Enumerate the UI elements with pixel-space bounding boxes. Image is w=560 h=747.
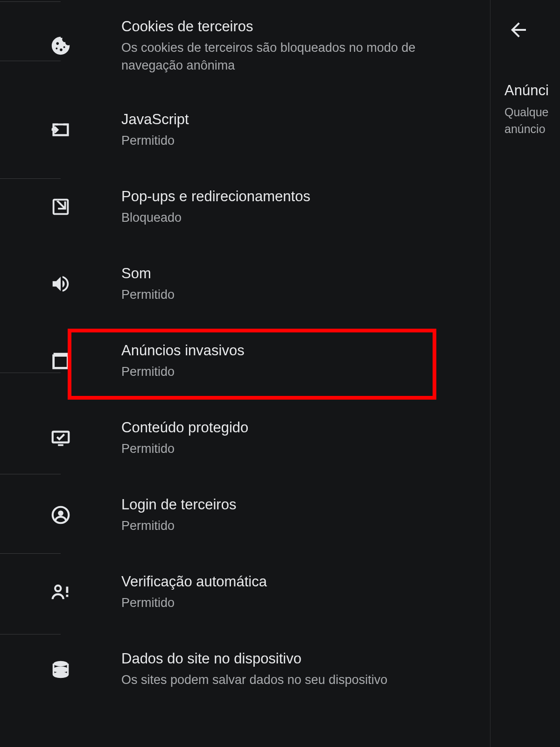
setting-subtitle: Os cookies de terceiros são bloqueados n… (121, 39, 476, 75)
setting-text: Verificação automática Permitido (121, 572, 490, 612)
settings-list: Cookies de terceiros Os cookies de terce… (0, 0, 490, 707)
svg-point-6 (55, 585, 61, 591)
cookie-icon (50, 35, 71, 56)
svg-point-9 (54, 661, 68, 667)
svg-point-11 (54, 672, 68, 677)
setting-title: Som (121, 264, 476, 283)
setting-text: Dados do site no dispositivo Os sites po… (121, 649, 490, 689)
icon-wrap (0, 273, 121, 295)
divider (0, 634, 61, 634)
setting-sound[interactable]: Som Permitido (0, 245, 490, 322)
icon-wrap (0, 35, 121, 56)
setting-text: Cookies de terceiros Os cookies de terce… (121, 17, 490, 74)
setting-subtitle: Permitido (121, 517, 476, 535)
setting-subtitle: Permitido (121, 440, 476, 458)
svg-rect-8 (66, 595, 69, 597)
svg-point-10 (54, 666, 68, 672)
svg-rect-1 (54, 353, 68, 357)
setting-title: JavaScript (121, 110, 476, 129)
setting-title: Cookies de terceiros (121, 17, 476, 36)
divider (0, 178, 61, 179)
sound-icon (50, 273, 71, 295)
svg-rect-0 (54, 355, 68, 368)
setting-intrusive-ads[interactable]: Anúncios invasivos Permitido (0, 322, 490, 399)
icon-wrap (0, 350, 121, 372)
icon-wrap (0, 581, 121, 603)
detail-title: Anúnci (504, 82, 560, 99)
setting-site-data[interactable]: Dados do site no dispositivo Os sites po… (0, 630, 490, 707)
setting-popups[interactable]: Pop-ups e redirecionamentos Bloqueado (0, 168, 490, 245)
setting-javascript[interactable]: JavaScript Permitido (0, 91, 490, 168)
setting-subtitle: Os sites podem salvar dados no seu dispo… (121, 671, 476, 689)
setting-text: Login de terceiros Permitido (121, 495, 490, 535)
divider (0, 1, 61, 2)
setting-subtitle: Permitido (121, 363, 476, 381)
svg-rect-3 (58, 444, 63, 446)
setting-subtitle: Permitido (121, 132, 476, 150)
divider (0, 373, 61, 373)
setting-text: Pop-ups e redirecionamentos Bloqueado (121, 187, 490, 227)
icon-wrap (0, 196, 121, 218)
setting-title: Conteúdo protegido (121, 418, 476, 437)
setting-subtitle: Permitido (121, 594, 476, 612)
divider (0, 61, 61, 61)
popup-icon (50, 196, 71, 218)
back-arrow-icon[interactable] (507, 19, 530, 41)
icon-wrap (0, 427, 121, 449)
setting-title: Login de terceiros (121, 495, 476, 514)
protected-content-icon (50, 427, 71, 449)
setting-title: Dados do site no dispositivo (121, 649, 476, 669)
ads-icon (50, 350, 71, 372)
setting-cookies[interactable]: Cookies de terceiros Os cookies de terce… (0, 0, 490, 91)
setting-protected-content[interactable]: Conteúdo protegido Permitido (0, 399, 490, 476)
auto-verify-icon (50, 581, 71, 603)
svg-rect-7 (66, 586, 69, 592)
setting-title: Pop-ups e redirecionamentos (121, 187, 476, 206)
setting-text: Conteúdo protegido Permitido (121, 418, 490, 458)
site-data-icon (50, 658, 71, 680)
settings-panel: Cookies de terceiros Os cookies de terce… (0, 0, 490, 747)
third-party-login-icon (50, 504, 71, 526)
setting-title: Anúncios invasivos (121, 341, 476, 360)
icon-wrap (0, 504, 121, 526)
detail-subtitle-line: anúncio (504, 120, 560, 137)
svg-point-5 (58, 510, 63, 516)
javascript-icon (50, 119, 71, 141)
setting-title: Verificação automática (121, 572, 476, 592)
setting-text: JavaScript Permitido (121, 110, 490, 150)
divider (0, 553, 61, 554)
setting-text: Anúncios invasivos Permitido (121, 341, 490, 381)
icon-wrap (0, 658, 121, 680)
detail-panel: Anúnci Qualque anúncio (490, 0, 560, 747)
detail-subtitle-line: Qualque (504, 104, 560, 120)
setting-auto-verify[interactable]: Verificação automática Permitido (0, 553, 490, 630)
setting-third-party-login[interactable]: Login de terceiros Permitido (0, 476, 490, 553)
setting-subtitle: Permitido (121, 286, 476, 304)
icon-wrap (0, 119, 121, 141)
setting-subtitle: Bloqueado (121, 209, 476, 227)
divider (0, 474, 61, 474)
setting-text: Som Permitido (121, 264, 490, 304)
